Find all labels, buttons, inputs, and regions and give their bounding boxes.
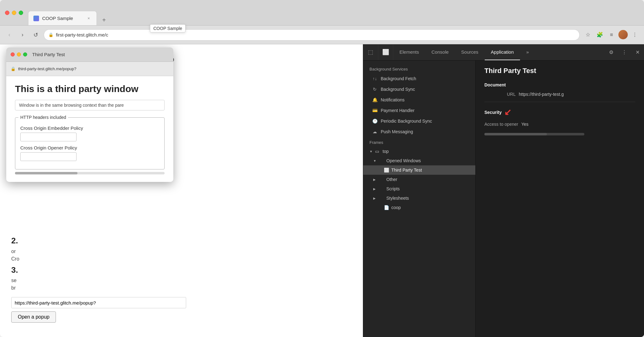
background-services-title: Background Services xyxy=(363,64,475,73)
reload-button[interactable]: ↺ xyxy=(31,30,41,40)
tree-item-scripts[interactable]: ▶ Scripts xyxy=(363,184,475,193)
profile-button[interactable]: ≡ xyxy=(607,30,617,40)
popup-url-text: third-party-test.glitch.me/popup? xyxy=(18,66,76,71)
popup-maximize-light[interactable] xyxy=(23,52,27,56)
maximize-traffic-light[interactable] xyxy=(19,11,23,15)
devtools-inspect-icon[interactable]: ⬚ xyxy=(363,44,378,60)
forward-button[interactable]: › xyxy=(17,30,27,40)
security-section-header: Security ↙ xyxy=(484,107,635,117)
active-tab[interactable]: COOP Sample × xyxy=(28,11,97,25)
top-frame-icon: ▭ xyxy=(375,149,381,154)
tree-item-other[interactable]: ▶ Other xyxy=(363,175,475,184)
tab-more[interactable]: » xyxy=(520,44,535,60)
tree-item-third-party-test[interactable]: ⬜ Third Party Test xyxy=(363,165,475,175)
url-section: https://third-party-test.glitch.me/popup… xyxy=(11,297,352,323)
sidebar-item-periodic-bg-sync[interactable]: 🕐 Periodic Background Sync xyxy=(363,116,475,126)
url-field[interactable]: https://third-party-test.glitch.me/popup… xyxy=(11,297,186,308)
third-party-icon: ⬜ xyxy=(384,168,389,173)
devtools-settings-button[interactable]: ⚙ xyxy=(605,44,618,60)
popup-nav: 🔒 third-party-test.glitch.me/popup? xyxy=(6,62,173,76)
tree-item-opened-windows[interactable]: ▼ Opened Windows xyxy=(363,156,475,165)
popup-coep-input[interactable] xyxy=(20,133,77,141)
sidebar-item-notifications[interactable]: 🔔 Notifications xyxy=(363,95,475,105)
opened-windows-arrow: ▼ xyxy=(373,159,377,163)
sidebar-item-background-sync[interactable]: ↻ Background Sync xyxy=(363,84,475,95)
periodic-sync-icon: 🕐 xyxy=(372,118,378,124)
tree-item-coop[interactable]: 📄 coop xyxy=(363,203,475,212)
devtools-more-button[interactable]: ⋮ xyxy=(618,44,631,60)
title-bar: COOP Sample × + xyxy=(0,0,644,26)
dt-progress-thumb xyxy=(484,133,547,135)
popup-traffic-lights xyxy=(11,52,27,56)
notifications-icon: 🔔 xyxy=(372,97,378,103)
close-traffic-light[interactable] xyxy=(5,11,9,15)
popup-heading: This is a third party window xyxy=(15,84,165,94)
popup-coep-label: Cross Origin Embedder Policy xyxy=(20,125,159,131)
background-sync-icon: ↻ xyxy=(372,86,378,92)
dt-progress-bar[interactable] xyxy=(484,133,584,135)
sidebar-item-background-fetch[interactable]: ↑↓ Background Fetch xyxy=(363,73,475,84)
page-step3-line2: se xyxy=(11,278,352,283)
open-popup-button[interactable]: Open a popup xyxy=(11,311,56,323)
access-opener-value: Yes xyxy=(521,122,635,127)
tab-application[interactable]: Application xyxy=(485,44,520,60)
popup-close-light[interactable] xyxy=(11,52,15,56)
push-messaging-icon: ☁ xyxy=(372,129,378,134)
back-button[interactable]: ‹ xyxy=(4,30,14,40)
address-tooltip: COOP Sample xyxy=(150,24,186,32)
step2-area: 2. or Cro xyxy=(11,236,352,262)
devtools-close-button[interactable]: ✕ xyxy=(631,44,644,60)
page-step3-line3: br xyxy=(11,285,352,291)
access-opener-label: Access to opener xyxy=(484,122,518,127)
divider xyxy=(484,102,635,102)
devtools-content: Background Services ↑↓ Background Fetch … xyxy=(363,61,644,337)
tree-item-top[interactable]: ▼ ▭ top xyxy=(363,147,475,156)
popup-body: This is a third party window Window is i… xyxy=(6,76,173,182)
tree-item-stylesheets[interactable]: ▶ Stylesheets xyxy=(363,193,475,203)
sidebar-item-payment-handler[interactable]: 💳 Payment Handler xyxy=(363,105,475,116)
stylesheets-arrow: ▶ xyxy=(373,197,377,200)
top-arrow: ▼ xyxy=(369,150,373,153)
popup-window: Third Party Test 🔒 third-party-test.glit… xyxy=(6,47,173,182)
address-text: first-party-test.glitch.me/c xyxy=(56,32,575,37)
url-row: URL https://third-party-test.g xyxy=(484,92,635,97)
document-section-header: Document xyxy=(484,82,635,87)
tab-title: COOP Sample xyxy=(42,16,83,21)
sidebar-item-push-messaging[interactable]: ☁ Push Messaging xyxy=(363,126,475,137)
devtools-device-icon[interactable]: ⬜ xyxy=(378,44,393,60)
bookmark-button[interactable]: ☆ xyxy=(583,30,593,40)
other-arrow: ▶ xyxy=(373,178,377,181)
red-arrow-icon: ↙ xyxy=(504,107,511,117)
access-to-opener-row: Access to opener Yes xyxy=(484,122,635,127)
tab-close-button[interactable]: × xyxy=(86,16,92,21)
lock-icon: 🔒 xyxy=(48,32,53,37)
popup-fieldset: HTTP headers included Cross Origin Embed… xyxy=(15,115,165,169)
tab-favicon xyxy=(33,16,39,21)
menu-button[interactable]: ⋮ xyxy=(630,30,640,40)
coop-file-icon: 📄 xyxy=(384,205,389,210)
popup-scrollbar[interactable] xyxy=(15,172,165,174)
address-bar[interactable]: 🔒 first-party-test.glitch.me/c xyxy=(44,29,580,41)
payment-handler-icon: 💳 xyxy=(372,108,378,113)
popup-coop-input[interactable] xyxy=(20,152,77,161)
browser-window: COOP Sample × + ‹ › ↺ 🔒 first-party-test… xyxy=(0,0,644,337)
background-fetch-icon: ↑↓ xyxy=(372,76,378,81)
minimize-traffic-light[interactable] xyxy=(12,11,16,15)
devtools-tab-bar: ⬚ ⬜ Elements Console Sources Application… xyxy=(363,44,644,61)
popup-titlebar: Third Party Test xyxy=(6,47,173,62)
new-tab-button[interactable]: + xyxy=(99,15,109,25)
popup-lock-icon: 🔒 xyxy=(11,66,16,71)
extensions-button[interactable]: 🧩 xyxy=(595,30,605,40)
tab-elements[interactable]: Elements xyxy=(393,44,425,60)
tab-console[interactable]: Console xyxy=(425,44,455,60)
popup-info-box: Window is in the same browsing context t… xyxy=(15,100,165,110)
scripts-arrow: ▶ xyxy=(373,187,377,191)
page-cro2: Cro xyxy=(11,256,352,262)
page-content: 1. Load this page with a COOP he Cro htt… xyxy=(0,44,363,337)
nav-actions: ☆ 🧩 ≡ ⋮ xyxy=(583,30,640,40)
nav-bar: ‹ › ↺ 🔒 first-party-test.glitch.me/c ☆ 🧩… xyxy=(0,26,644,44)
devtools-main-panel: Third Party Test Document URL https://th… xyxy=(476,61,644,337)
popup-minimize-light[interactable] xyxy=(17,52,21,56)
user-avatar[interactable] xyxy=(618,30,628,39)
tab-sources[interactable]: Sources xyxy=(455,44,485,60)
